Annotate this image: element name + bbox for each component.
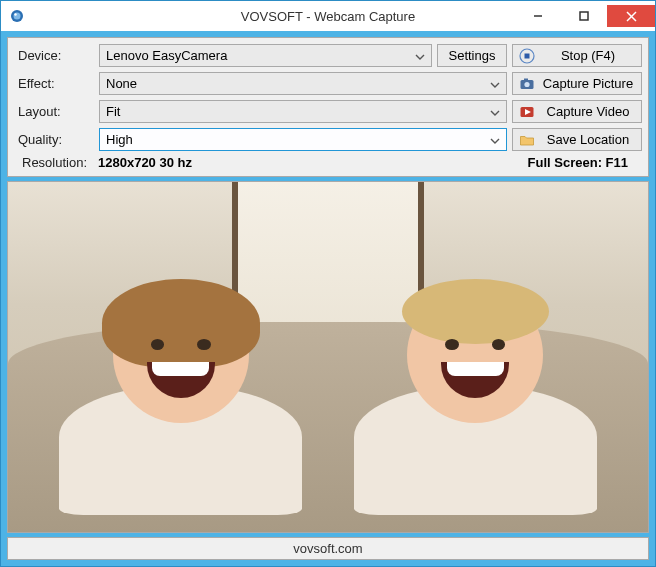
- chevron-down-icon: [490, 76, 500, 91]
- save-location-label: Save Location: [541, 132, 635, 147]
- effect-label: Effect:: [14, 76, 94, 91]
- window-controls: [515, 5, 655, 27]
- stop-button[interactable]: Stop (F4): [512, 44, 642, 67]
- capture-picture-button[interactable]: Capture Picture: [512, 72, 642, 95]
- controls-panel: Device: Lenovo EasyCamera Settings Stop …: [7, 37, 649, 177]
- folder-icon: [519, 132, 535, 148]
- stop-label: Stop (F4): [541, 48, 635, 63]
- quality-dropdown[interactable]: High: [99, 128, 507, 151]
- camera-icon: [519, 76, 535, 92]
- status-row: Resolution: 1280x720 30 hz Full Screen: …: [14, 151, 642, 170]
- layout-dropdown[interactable]: Fit: [99, 100, 507, 123]
- fullscreen-hint: Full Screen: F11: [528, 155, 638, 170]
- app-icon: [9, 8, 25, 24]
- device-label: Device:: [14, 48, 94, 63]
- footer-link[interactable]: vovsoft.com: [7, 537, 649, 560]
- settings-label: Settings: [444, 48, 500, 63]
- maximize-button[interactable]: [561, 5, 607, 27]
- body: Device: Lenovo EasyCamera Settings Stop …: [7, 37, 649, 560]
- stop-icon: [519, 48, 535, 64]
- quality-label: Quality:: [14, 132, 94, 147]
- svg-rect-4: [580, 12, 588, 20]
- quality-value: High: [106, 132, 133, 147]
- preview-scene: [8, 182, 648, 532]
- chevron-down-icon: [415, 48, 425, 63]
- layout-value: Fit: [106, 104, 120, 119]
- settings-button[interactable]: Settings: [437, 44, 507, 67]
- device-value: Lenovo EasyCamera: [106, 48, 227, 63]
- svg-rect-8: [525, 53, 530, 58]
- capture-video-button[interactable]: Capture Video: [512, 100, 642, 123]
- svg-point-2: [14, 13, 16, 15]
- record-icon: [519, 104, 535, 120]
- chevron-down-icon: [490, 132, 500, 147]
- effect-dropdown[interactable]: None: [99, 72, 507, 95]
- layout-label: Layout:: [14, 104, 94, 119]
- webcam-preview: [7, 181, 649, 533]
- svg-point-1: [14, 13, 21, 20]
- capture-video-label: Capture Video: [541, 104, 635, 119]
- save-location-button[interactable]: Save Location: [512, 128, 642, 151]
- effect-value: None: [106, 76, 137, 91]
- device-dropdown[interactable]: Lenovo EasyCamera: [99, 44, 432, 67]
- svg-rect-10: [524, 78, 528, 81]
- svg-point-11: [524, 81, 529, 86]
- minimize-button[interactable]: [515, 5, 561, 27]
- chevron-down-icon: [490, 104, 500, 119]
- resolution-value: 1280x720 30 hz: [98, 155, 528, 170]
- titlebar: VOVSOFT - Webcam Capture: [1, 1, 655, 31]
- resolution-label: Resolution:: [18, 155, 98, 170]
- app-window: VOVSOFT - Webcam Capture Device: Lenovo …: [0, 0, 656, 567]
- close-button[interactable]: [607, 5, 655, 27]
- capture-picture-label: Capture Picture: [541, 76, 635, 91]
